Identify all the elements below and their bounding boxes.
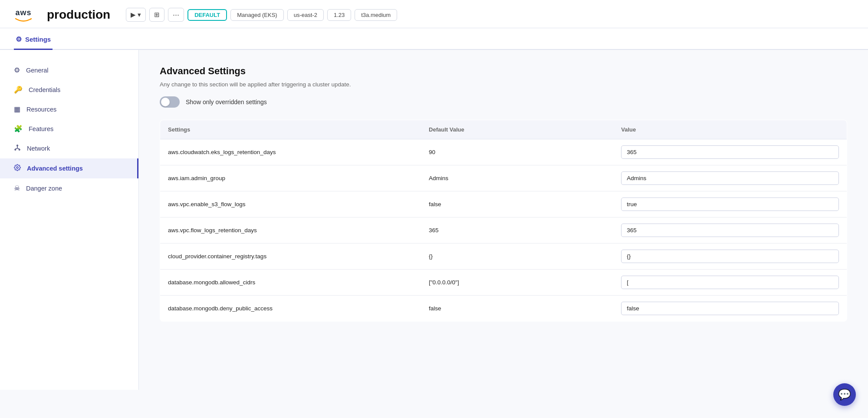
key-icon: 🔑 xyxy=(14,86,23,94)
setting-name: cloud_provider.container_registry.tags xyxy=(160,244,421,270)
value-input[interactable] xyxy=(621,302,839,315)
table-row: database.mongodb.allowed_cidrs ["0.0.0.0… xyxy=(160,270,847,296)
tab-settings-label: Settings xyxy=(25,36,51,43)
layout: ⚙ General 🔑 Credentials ▦ Resources 🧩 Fe… xyxy=(0,50,868,390)
default-value: ["0.0.0.0/0"] xyxy=(421,270,613,296)
sidebar-item-features[interactable]: 🧩 Features xyxy=(0,119,138,138)
page-title: production xyxy=(47,8,110,22)
chat-icon: 💬 xyxy=(838,388,851,390)
setting-name: aws.vpc.flow_logs_retention_days xyxy=(160,217,421,244)
setting-name: aws.vpc.enable_s3_flow_logs xyxy=(160,191,421,217)
aws-logo: aws xyxy=(14,8,33,22)
tab-settings[interactable]: ⚙ Settings xyxy=(14,28,53,50)
value-cell[interactable] xyxy=(613,296,847,322)
default-value: false xyxy=(421,296,613,322)
default-value: 365 xyxy=(421,217,613,244)
sidebar: ⚙ General 🔑 Credentials ▦ Resources 🧩 Fe… xyxy=(0,50,139,390)
setting-name: aws.cloudwatch.eks_logs_retention_days xyxy=(160,139,421,165)
main-content: Advanced Settings Any change to this sec… xyxy=(139,50,868,390)
badge-default: DEFAULT xyxy=(187,9,227,21)
header-controls: ▶ ▾ ⊞ ⋯ DEFAULT Managed (EKS) us-east-2 … xyxy=(126,8,397,22)
toggle-row: Show only overridden settings xyxy=(160,96,847,108)
more-button[interactable]: ⋯ xyxy=(168,8,184,22)
default-value: false xyxy=(421,191,613,217)
table-row: aws.vpc.flow_logs_retention_days 365 xyxy=(160,217,847,244)
table-row: database.mongodb.deny_public_access fals… xyxy=(160,296,847,322)
show-overridden-toggle[interactable] xyxy=(160,96,180,108)
play-button[interactable]: ▶ ▾ xyxy=(126,8,146,22)
value-cell[interactable] xyxy=(613,139,847,165)
sidebar-item-resources[interactable]: ▦ Resources xyxy=(0,99,138,119)
toggle-label: Show only overridden settings xyxy=(186,99,267,105)
sidebar-item-resources-label: Resources xyxy=(26,106,56,113)
setting-name: database.mongodb.deny_public_access xyxy=(160,296,421,322)
svg-line-6 xyxy=(17,148,20,149)
chevron-down-icon: ▾ xyxy=(138,11,141,19)
sidebar-item-danger-zone[interactable]: ☠ Danger zone xyxy=(0,178,138,198)
aws-text: aws xyxy=(15,8,31,17)
settings-table: Settings Default Value Value aws.cloudwa… xyxy=(160,120,847,322)
value-cell[interactable] xyxy=(613,217,847,244)
gear-icon: ⚙ xyxy=(14,66,20,74)
tabs-bar: ⚙ Settings xyxy=(0,28,868,50)
sidebar-item-danger-zone-label: Danger zone xyxy=(26,185,62,192)
col-header-default: Default Value xyxy=(421,120,613,139)
sidebar-item-network[interactable]: Network xyxy=(0,138,138,158)
toggle-knob xyxy=(161,98,170,106)
sidebar-item-credentials-label: Credentials xyxy=(29,86,60,93)
network-icon xyxy=(14,144,21,153)
sidebar-item-features-label: Features xyxy=(29,125,53,132)
table-row: aws.vpc.enable_s3_flow_logs false xyxy=(160,191,847,217)
svg-point-7 xyxy=(16,167,18,168)
badge-version: 1.23 xyxy=(327,9,351,21)
value-input[interactable] xyxy=(621,145,839,159)
sidebar-item-general-label: General xyxy=(26,67,49,74)
default-value: 90 xyxy=(421,139,613,165)
col-header-value: Value xyxy=(613,120,847,139)
settings-tab-icon: ⚙ xyxy=(16,35,22,43)
sidebar-item-credentials[interactable]: 🔑 Credentials xyxy=(0,80,138,99)
value-cell[interactable] xyxy=(613,165,847,191)
grid-button[interactable]: ⊞ xyxy=(149,8,164,22)
puzzle-icon: 🧩 xyxy=(14,125,23,133)
resources-icon: ▦ xyxy=(14,105,20,113)
default-value: Admins xyxy=(421,165,613,191)
section-title: Advanced Settings xyxy=(160,66,847,77)
more-icon: ⋯ xyxy=(173,11,179,19)
badge-instance: t3a.medium xyxy=(355,9,397,21)
setting-name: aws.iam.admin_group xyxy=(160,165,421,191)
sidebar-item-advanced-settings-label: Advanced settings xyxy=(27,165,83,172)
value-cell[interactable] xyxy=(613,270,847,296)
header: aws production ▶ ▾ ⊞ ⋯ DEFAULT Managed (… xyxy=(0,0,868,28)
play-icon: ▶ xyxy=(131,11,136,19)
table-row: aws.cloudwatch.eks_logs_retention_days 9… xyxy=(160,139,847,165)
sidebar-item-network-label: Network xyxy=(27,145,50,152)
default-value: {} xyxy=(421,244,613,270)
col-header-settings: Settings xyxy=(160,120,421,139)
sidebar-item-general[interactable]: ⚙ General xyxy=(0,60,138,80)
value-input[interactable] xyxy=(621,276,839,289)
badge-region: us-east-2 xyxy=(287,9,324,21)
value-cell[interactable] xyxy=(613,244,847,270)
grid-icon: ⊞ xyxy=(154,11,160,19)
aws-smile-icon xyxy=(14,17,33,22)
table-row: aws.iam.admin_group Admins xyxy=(160,165,847,191)
danger-zone-icon: ☠ xyxy=(14,184,20,192)
badge-eks: Managed (EKS) xyxy=(230,9,284,21)
value-input[interactable] xyxy=(621,171,839,185)
value-input[interactable] xyxy=(621,224,839,237)
sidebar-item-advanced-settings[interactable]: Advanced settings xyxy=(0,158,138,178)
table-row: cloud_provider.container_registry.tags {… xyxy=(160,244,847,270)
value-cell[interactable] xyxy=(613,191,847,217)
setting-name: database.mongodb.allowed_cidrs xyxy=(160,270,421,296)
value-input[interactable] xyxy=(621,197,839,211)
value-input[interactable] xyxy=(621,250,839,263)
section-description: Any change to this section will be appli… xyxy=(160,81,847,88)
advanced-settings-icon xyxy=(14,164,21,173)
svg-line-5 xyxy=(15,148,17,149)
